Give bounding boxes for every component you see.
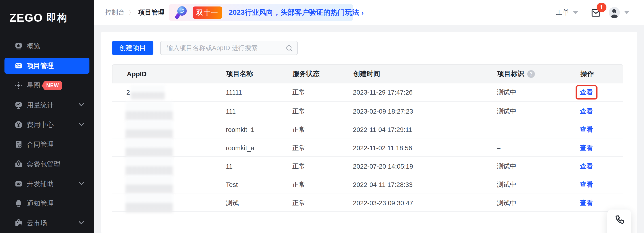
mail-button[interactable]: 1 <box>591 8 601 18</box>
view-link[interactable]: 查看 <box>580 180 593 189</box>
project-list-icon <box>14 61 23 70</box>
redacted-appid <box>126 175 173 194</box>
top-header: 控制台 〉 项目管理 双十一 2023行业风向，头部客户验证的热门玩法 › 工单 <box>94 0 644 25</box>
project-name: 11 <box>226 163 292 170</box>
column-header-actions: 操作 <box>580 69 623 78</box>
project-tag: 测试中 <box>497 198 580 208</box>
star-map-icon <box>14 81 23 90</box>
project-tag: – <box>497 144 580 152</box>
project-tag: – <box>497 126 580 134</box>
table-row: 11 正常 2022-07-20 14:05:19 测试中 查看 <box>112 157 623 175</box>
sidebar-item-package-management[interactable]: 套餐包管理 <box>0 154 94 174</box>
package-icon <box>14 160 23 169</box>
search-input[interactable] <box>161 41 297 54</box>
sidebar-item-cloud-market[interactable]: 云市场 <box>0 213 94 233</box>
view-link[interactable]: 查看 <box>580 198 593 208</box>
chevron-down-icon <box>79 221 84 225</box>
sidebar-item-project-management[interactable]: 项目管理 <box>0 56 94 76</box>
sidebar-item-label: 星图 <box>27 81 40 90</box>
sidebar-item-label: 通知管理 <box>27 199 54 208</box>
appid-value: 2 <box>126 89 130 96</box>
chevron-down-icon <box>79 103 84 107</box>
sidebar-item-contract-management[interactable]: 合同管理 <box>0 134 94 154</box>
service-status: 正常 <box>292 125 353 134</box>
service-status: 正常 <box>292 180 353 189</box>
projects-table: AppID 项目名称 服务状态 创建时间 项目标识 ? 操作 2 11111 正… <box>112 64 623 212</box>
annotation-highlight: 查看 <box>576 85 598 100</box>
service-status: 正常 <box>292 144 353 152</box>
content-card: 创建项目 AppID 项目名称 服务状态 创建时间 项目标识 ? 操作 2 11… <box>101 32 637 233</box>
avatar <box>609 7 620 18</box>
created-time: 2022-11-04 17:29:11 <box>353 126 497 134</box>
service-status: 正常 <box>292 107 353 116</box>
sidebar-item-label: 用量统计 <box>27 100 54 110</box>
sidebar-item-label: 费用中心 <box>27 120 54 130</box>
column-header-created: 创建时间 <box>353 69 497 78</box>
column-header-tag: 项目标识 ? <box>497 69 580 78</box>
column-header-appid: AppID <box>112 70 226 78</box>
redacted-appid <box>131 85 165 100</box>
view-link[interactable]: 查看 <box>580 144 593 152</box>
redacted-appid <box>126 157 173 176</box>
view-link[interactable]: 查看 <box>580 88 593 97</box>
logo-latin: ZEGO <box>10 12 43 24</box>
double-eleven-badge: 双十一 <box>193 6 222 19</box>
project-tag: 测试中 <box>497 107 580 116</box>
sidebar-item-billing-center[interactable]: 费用中心 <box>0 115 94 134</box>
sidebar-item-label: 套餐包管理 <box>27 160 60 169</box>
table-row: 2 11111 正常 2023-11-29 17:47:26 测试中 查看 <box>112 84 623 102</box>
chevron-down-icon <box>79 182 84 186</box>
column-header-status: 服务状态 <box>293 69 353 78</box>
promo-banner[interactable]: 双十一 2023行业风向，头部客户验证的热门玩法 › <box>168 4 353 21</box>
header-right: 工单 1 <box>539 0 644 25</box>
view-link[interactable]: 查看 <box>580 107 593 116</box>
created-time: 2022-04-11 17:28:33 <box>353 181 497 188</box>
created-time: 2023-11-29 17:47:26 <box>353 89 497 96</box>
redacted-appid <box>126 120 173 139</box>
view-link[interactable]: 查看 <box>580 125 593 134</box>
sidebar-item-star-map[interactable]: 星图 NEW <box>0 76 94 95</box>
breadcrumb-separator: 〉 <box>128 9 134 16</box>
help-icon[interactable]: ? <box>527 70 535 78</box>
created-time: 2022-07-20 14:05:19 <box>353 163 497 170</box>
project-tag: 测试中 <box>497 88 580 97</box>
table-row: roomkit_1 正常 2022-11-04 17:29:11 – 查看 <box>112 120 623 138</box>
ticket-menu[interactable]: 工单 <box>556 0 578 25</box>
create-project-button[interactable]: 创建项目 <box>112 41 154 55</box>
sidebar-menu: 概览 项目管理 星图 NEW 用量统计 <box>0 36 94 233</box>
overview-icon <box>14 41 23 51</box>
bell-icon <box>14 199 23 208</box>
table-row: 测试 正常 2022-03-23 09:30:47 测试中 查看 <box>112 194 623 212</box>
service-status: 正常 <box>292 88 353 97</box>
caret-down-icon <box>573 11 578 14</box>
sidebar-item-dev-assist[interactable]: 开发辅助 <box>0 174 94 194</box>
account-menu[interactable] <box>609 0 629 25</box>
project-name: 11111 <box>226 89 292 96</box>
banner-text: 2023行业风向，头部客户验证的热门玩法 <box>229 8 359 18</box>
banner-chevron-icon: › <box>361 8 364 17</box>
contact-phone-button[interactable] <box>607 210 631 233</box>
created-time: 2022-11-02 11:18:56 <box>353 144 497 152</box>
sidebar-item-label: 合同管理 <box>27 140 54 149</box>
sidebar-item-notification-management[interactable]: 通知管理 <box>0 194 94 213</box>
zego-logo: ZEGO 即构 <box>10 11 68 24</box>
breadcrumb-console[interactable]: 控制台 <box>105 8 124 17</box>
project-name: 测试 <box>226 198 292 208</box>
project-name: roomkit_1 <box>226 126 292 134</box>
service-status: 正常 <box>292 198 353 208</box>
search-box <box>160 41 298 55</box>
sidebar-item-overview[interactable]: 概览 <box>0 36 94 56</box>
redacted-appid <box>126 138 173 158</box>
sidebar-item-label: 概览 <box>27 42 40 51</box>
view-link[interactable]: 查看 <box>580 162 593 171</box>
redacted-appid <box>126 194 173 213</box>
billing-icon <box>14 120 23 130</box>
sidebar-item-usage-stats[interactable]: 用量统计 <box>0 95 94 115</box>
sidebar-item-label: 云市场 <box>27 219 47 228</box>
code-icon <box>14 179 23 188</box>
caret-down-icon <box>624 11 629 14</box>
sidebar-item-label: 开发辅助 <box>27 179 54 188</box>
new-badge: NEW <box>44 81 62 90</box>
sidebar-item-label: 项目管理 <box>27 61 54 70</box>
ticket-label: 工单 <box>556 8 569 17</box>
